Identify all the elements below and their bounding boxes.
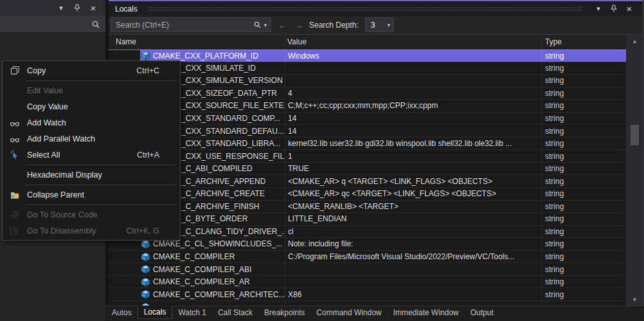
left-search-input[interactable] (0, 20, 91, 29)
variable-type: string (541, 288, 626, 300)
locals-panel: Locals ▾ × ▾ ← → Search Depth: (109, 0, 644, 321)
menu-item-shortcut: Ctrl+A (137, 151, 171, 160)
tab-output[interactable]: Output (465, 306, 499, 319)
menu-item-add-watch[interactable]: Add Watch (3, 115, 180, 131)
scroll-down-icon[interactable]: ▼ (626, 295, 643, 304)
table-row[interactable] (109, 301, 626, 306)
window-menu-icon[interactable]: ▾ (55, 3, 67, 14)
close-icon[interactable]: × (87, 3, 99, 14)
variable-value: LITTLE_ENDIAN (285, 213, 541, 225)
scrollbar-thumb[interactable] (631, 125, 639, 145)
window-menu-icon[interactable]: ▾ (593, 4, 604, 14)
menu-item-collapse-parent[interactable]: Collapse Parent (3, 187, 180, 203)
table-row[interactable]: _C_ABI_COMPILED TRUE string (109, 163, 626, 176)
menu-item-hexadecimal-display[interactable]: Hexadecimal Display (3, 167, 180, 183)
watch-glasses-icon (3, 134, 27, 144)
table-row[interactable]: _CXX_STANDARD_DEFAU... 14 string (109, 125, 626, 138)
menu-separator (26, 185, 176, 185)
menu-item-select-all[interactable]: Select All Ctrl+A (3, 147, 180, 163)
variable-type: string (541, 50, 626, 62)
locals-search-box[interactable]: ▾ (111, 17, 271, 32)
variable-name: _CXX_SIMULATE_ID (181, 64, 256, 73)
variable-type: string (541, 175, 626, 187)
table-row[interactable]: _C_ARCHIVE_APPEND <CMAKE_AR> q <TARGET> … (109, 175, 626, 188)
variable-name: _CXX_STANDARD_DEFAU... (181, 127, 284, 136)
table-row[interactable]: CMAKE_C_COMPILER C:/Program Files/Micros… (109, 251, 626, 264)
tab-breakpoints[interactable]: Breakpoints (258, 306, 310, 319)
search-icon[interactable] (253, 21, 262, 29)
tab-autos[interactable]: Autos (106, 306, 138, 319)
tab-locals[interactable]: Locals (138, 306, 173, 319)
variable-name: _C_BYTE_ORDER (181, 214, 247, 223)
tab-label: Output (470, 308, 494, 317)
table-row[interactable]: _CXX_SIMULATE_ID string (109, 62, 626, 75)
search-depth-select[interactable]: 3 ▾ (365, 17, 394, 32)
menu-item-label: Edit Value (27, 86, 159, 95)
menu-item-add-parallel-watch[interactable]: Add Parallel Watch (3, 131, 180, 147)
menu-item-shortcut: Ctrl+K, G (126, 226, 171, 235)
tab-watch-1[interactable]: Watch 1 (172, 306, 212, 319)
table-row[interactable]: CMAKE_CXX_PLATFORM_ID Windows string (109, 50, 626, 62)
variable-type: string (541, 113, 626, 125)
chevron-down-icon[interactable]: ▾ (264, 22, 267, 28)
vertical-scrollbar[interactable]: ▲ ▼ (626, 35, 643, 306)
search-depth-label: Search Depth: (309, 21, 359, 30)
table-row[interactable]: _C_ARCHIVE_CREATE <CMAKE_AR> qc <TARGET>… (109, 188, 626, 201)
variable-type: string (541, 238, 626, 250)
locals-search-input[interactable] (111, 21, 253, 30)
tab-label: Locals (144, 307, 166, 316)
table-row[interactable]: _C_CLANG_TIDY_DRIVER_... cl string (109, 226, 626, 239)
tab-command-window[interactable]: Command Window (310, 306, 387, 319)
table-row[interactable]: _CXX_STANDARD_COMP... 14 string (109, 113, 626, 125)
variable-name: _C_ARCHIVE_FINISH (181, 202, 259, 211)
variable-name: _C_ARCHIVE_APPEND (181, 177, 265, 186)
menu-separator (26, 80, 176, 81)
table-row[interactable]: _CXX_SIMULATE_VERSION string (109, 75, 626, 87)
drag-handle-texture (148, 6, 582, 12)
pin-icon[interactable] (71, 3, 83, 14)
variable-type: string (541, 62, 626, 75)
scroll-up-icon[interactable]: ▲ (626, 36, 643, 46)
variable-type: string (541, 213, 626, 225)
table-row[interactable]: _C_ARCHIVE_FINISH <CMAKE_RANLIB> <TARGET… (109, 201, 626, 214)
tab-call-stack[interactable]: Call Stack (212, 306, 258, 319)
table-row[interactable]: CMAKE_C_COMPILER_ABI string (109, 263, 626, 276)
table-row[interactable]: CMAKE_C_CL_SHOWINCLUDES_... Note: includ… (109, 238, 626, 251)
row-name-cell: CMAKE_C_COMPILER (109, 251, 285, 263)
menu-item-label: Add Parallel Watch (27, 134, 159, 143)
pin-icon[interactable] (608, 4, 620, 14)
table-row[interactable]: _C_BYTE_ORDER LITTLE_ENDIAN string (109, 213, 626, 226)
close-icon[interactable]: × (623, 4, 635, 14)
menu-item-copy-value[interactable]: Copy Value (3, 98, 180, 115)
variable-cube-icon (140, 51, 151, 60)
search-forward-button[interactable]: → (292, 18, 305, 32)
variable-value: kernel32.lib user32.lib gdi32.lib winspo… (285, 138, 541, 150)
table-row[interactable]: CMAKE_C_COMPILER_AR string (109, 276, 626, 289)
menu-item-label: Select All (27, 151, 137, 160)
locals-titlebar[interactable]: Locals ▾ × (109, 1, 643, 16)
select-all-icon (3, 150, 27, 160)
tab-immediate-window[interactable]: Immediate Window (388, 306, 465, 319)
table-row[interactable]: _CXX_STANDARD_LIBRA... kernel32.lib user… (109, 138, 626, 151)
table-row[interactable]: CMAKE_C_COMPILER_ARCHITEC... X86 string (109, 288, 626, 301)
search-back-button[interactable]: ← (276, 18, 289, 32)
variable-type: string (541, 125, 626, 137)
variable-cube-icon (140, 289, 151, 299)
row-name-cell: CMAKE_CXX_PLATFORM_ID (109, 50, 285, 62)
variable-type: string (541, 188, 626, 200)
variable-value: 14 (285, 125, 541, 137)
table-row[interactable]: _CXX_USE_RESPONSE_FIL... 1 string (109, 150, 626, 163)
table-row[interactable]: _CXX_SOURCE_FILE_EXTE... C;M;c++;cc;cpp;… (109, 100, 626, 113)
variable-value: Windows (285, 50, 541, 62)
menu-item-copy[interactable]: Copy Ctrl+C (3, 62, 180, 78)
variable-name: _CXX_USE_RESPONSE_FIL... (181, 152, 285, 161)
menu-item-label: Collapse Parent (27, 190, 159, 199)
menu-separator (26, 165, 176, 165)
variable-cube-icon (140, 252, 151, 262)
variable-value: <CMAKE_AR> q <TARGET> <LINK_FLAGS> <OBJE… (285, 175, 541, 187)
table-row[interactable]: _CXX_SIZEOF_DATA_PTR 4 string (109, 87, 626, 100)
context-menu: Copy Ctrl+C Edit Value Copy Value Add Wa… (2, 60, 181, 241)
search-icon[interactable] (91, 20, 100, 29)
tab-label: Autos (112, 308, 132, 317)
left-search-box[interactable] (0, 16, 105, 33)
